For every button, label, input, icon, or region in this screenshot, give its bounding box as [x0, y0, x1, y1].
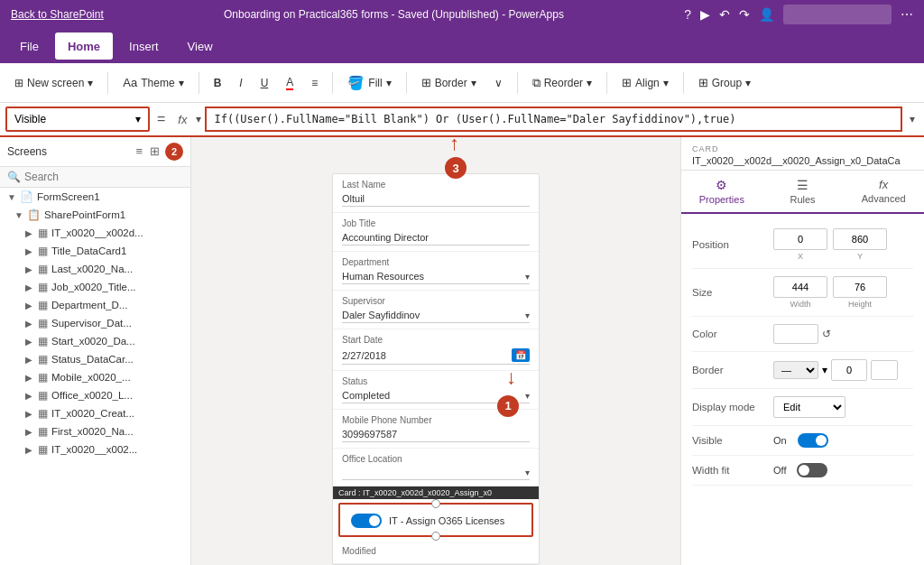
tree-item-12[interactable]: ▶ ▦ IT_x0020__x002... — [0, 440, 190, 458]
display-mode-select[interactable]: Edit View Disabled — [773, 396, 845, 418]
search-input[interactable] — [24, 171, 183, 183]
display-mode-label: Display mode — [692, 402, 773, 412]
search-icon: 🔍 — [7, 171, 21, 183]
reorder-button[interactable]: ⧉ Reorder ▾ — [525, 72, 599, 94]
formula-bar: Visible ▾ = fx ▾ ▾ — [0, 103, 924, 137]
tree-arrow-11: ▶ — [25, 427, 38, 437]
tree-arrow-formscreen1: ▼ — [7, 192, 20, 202]
tree-item-6[interactable]: ▶ ▦ Start_x0020_Da... — [0, 332, 190, 350]
user-icon[interactable]: 👤 — [759, 7, 774, 22]
tree-item-10[interactable]: ▶ ▦ IT_x0020_Creat... — [0, 404, 190, 422]
border-width-input[interactable] — [831, 359, 867, 381]
border-color-swatch[interactable] — [871, 360, 898, 380]
position-y-input[interactable] — [833, 228, 887, 250]
position-label: Position — [692, 239, 773, 250]
play-icon[interactable]: ▶ — [700, 7, 710, 22]
tree-item-4[interactable]: ▶ ▦ Department_D... — [0, 296, 190, 314]
tab-rules[interactable]: ☰ Rules — [762, 171, 844, 212]
undo-icon[interactable]: ↶ — [719, 7, 730, 22]
new-screen-button[interactable]: ⊞ New screen ▾ — [7, 73, 100, 93]
card-section-label: CARD — [692, 144, 913, 153]
italic-button[interactable]: I — [232, 73, 249, 93]
top-bar: Back to SharePoint Onboarding on Practic… — [0, 0, 924, 29]
tree-item-0[interactable]: ▶ ▦ IT_x0020__x002d... — [0, 224, 190, 242]
rules-tab-label: Rules — [790, 194, 815, 205]
height-label: Height — [848, 300, 872, 309]
border-button[interactable]: ⊞ Border ▾ — [414, 72, 484, 93]
tree-item-formscreen1[interactable]: ▼ 📄 FormScreen1 — [0, 188, 190, 206]
tree-item-3[interactable]: ▶ ▦ Job_x0020_Title... — [0, 278, 190, 296]
search-topbar-input[interactable] — [783, 5, 892, 24]
tree-item-7[interactable]: ▶ ▦ Status_DataCar... — [0, 350, 190, 368]
menu-insert[interactable]: Insert — [116, 32, 171, 60]
separator-3 — [332, 72, 333, 94]
fx-button[interactable]: fx — [172, 113, 192, 126]
formula-end-chevron-icon[interactable]: ▾ — [906, 113, 919, 125]
back-to-sharepoint-link[interactable]: Back to SharePoint — [11, 8, 104, 21]
prop-visible: Visible On — [692, 426, 913, 456]
theme-button[interactable]: Aa Theme ▾ — [116, 72, 190, 93]
group-chevron: ▾ — [745, 77, 751, 89]
separator-1 — [107, 72, 108, 94]
menu-view[interactable]: View — [175, 32, 226, 60]
border-style-select[interactable]: — — [773, 361, 818, 379]
help-icon[interactable]: ? — [684, 7, 691, 22]
property-dropdown[interactable]: Visible ▾ — [5, 107, 150, 132]
tree-item-5[interactable]: ▶ ▦ Supervisor_Dat... — [0, 314, 190, 332]
font-color-button[interactable]: A — [279, 72, 300, 94]
card-icon-10: ▦ — [38, 407, 48, 420]
bold-button[interactable]: B — [207, 73, 229, 93]
selected-card[interactable]: IT - Assign O365 Licenses — [338, 503, 533, 537]
prop-position: Position X Y — [692, 221, 913, 269]
menu-home[interactable]: Home — [55, 32, 113, 60]
field-job-title: Job Title Accounting Director — [333, 213, 539, 252]
tree-item-11[interactable]: ▶ ▦ First_x0020_Na... — [0, 422, 190, 440]
resize-handle-bottom[interactable] — [431, 532, 440, 541]
tree-item-1[interactable]: ▶ ▦ Title_DataCard1 — [0, 242, 190, 260]
tab-properties[interactable]: ⚙ Properties — [681, 171, 762, 214]
card-name-label: IT_x0020__x002d__x0020_Assign_x0_DataCa — [692, 155, 913, 166]
top-bar-icons: ? ▶ ↶ ↷ 👤 ⋯ — [684, 5, 913, 24]
size-width-input[interactable] — [773, 276, 827, 298]
more-button[interactable]: ∨ — [487, 73, 510, 93]
size-height-input[interactable] — [833, 276, 887, 298]
redo-icon[interactable]: ↷ — [739, 7, 750, 22]
tree-item-2[interactable]: ▶ ▦ Last_x0020_Na... — [0, 260, 190, 278]
list-view-icon[interactable]: ≡ — [134, 143, 144, 161]
menu-file[interactable]: File — [7, 32, 51, 60]
align-btn-icon: ⊞ — [622, 76, 632, 89]
align-button[interactable]: ≡ — [304, 73, 325, 93]
more-icon[interactable]: ⋯ — [901, 7, 913, 22]
grid-view-icon[interactable]: ⊞ — [148, 143, 162, 161]
position-x-input[interactable] — [773, 228, 827, 250]
tree-item-9[interactable]: ▶ ▦ Office_x0020_L... — [0, 386, 190, 404]
formula-input[interactable] — [205, 107, 902, 132]
fill-icon: 🪣 — [347, 75, 365, 91]
size-inputs: Width Height — [773, 276, 887, 309]
color-refresh-icon[interactable]: ↺ — [822, 328, 831, 340]
align-btn-button[interactable]: ⊞ Align ▾ — [614, 72, 676, 93]
width-fit-toggle[interactable] — [797, 463, 827, 477]
tree-item-sharepointform1[interactable]: ▼ 📋 SharePointForm1 — [0, 206, 190, 224]
tree-item-8[interactable]: ▶ ▦ Mobile_x0020_... — [0, 368, 190, 386]
card-icon-12: ▦ — [38, 443, 48, 456]
color-swatch[interactable] — [773, 324, 818, 344]
tab-advanced[interactable]: fx Advanced — [843, 171, 924, 212]
separator-2 — [199, 72, 199, 94]
underline-button[interactable]: U — [254, 73, 276, 93]
tree-label-3: Job_x0020_Title... — [51, 282, 136, 292]
annotation-1-container: 1 ↑ — [443, 395, 465, 417]
resize-handle-top[interactable] — [431, 499, 440, 508]
y-label: Y — [857, 252, 863, 261]
tree-arrow-8: ▶ — [25, 373, 38, 383]
rules-tab-icon: ☰ — [797, 178, 808, 192]
position-y-group: Y — [833, 228, 887, 261]
group-button[interactable]: ⊞ Group ▾ — [691, 72, 758, 93]
tree-label-6: Start_x0020_Da... — [51, 336, 135, 347]
it-assign-toggle[interactable] — [351, 514, 382, 528]
width-label: Width — [790, 300, 810, 309]
tree-arrow-2: ▶ — [25, 264, 38, 274]
visible-toggle[interactable] — [798, 433, 828, 448]
annotation-3-container: 3 ↑ — [445, 157, 467, 179]
fill-button[interactable]: 🪣 Fill ▾ — [340, 71, 398, 95]
